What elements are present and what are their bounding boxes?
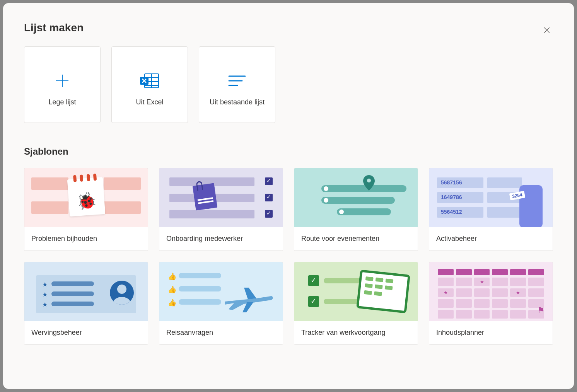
blank-list-label: Lege lijst — [48, 98, 76, 106]
issue-tracker-illustration: 🐞 — [24, 168, 148, 227]
template-label: Inhoudsplanner — [429, 321, 553, 344]
template-recruitment[interactable]: ★★★ Wervingsbeheer — [24, 262, 148, 345]
thumbs-up-icon: 👍 — [168, 298, 176, 307]
templates-heading: Sjablonen — [24, 146, 553, 157]
create-list-dialog: Lijst maken Lege lijst — [3, 3, 574, 389]
tablet-icon — [356, 269, 410, 313]
work-progress-illustration — [294, 262, 418, 321]
dialog-title: Lijst maken — [24, 22, 553, 34]
bug-icon: 🐞 — [76, 191, 97, 211]
flag-icon: ⚑ — [537, 305, 545, 315]
template-label: Onboarding medewerker — [159, 227, 283, 251]
event-itinerary-illustration — [294, 168, 418, 227]
template-work-progress[interactable]: Tracker van werkvoortgang — [294, 262, 418, 345]
list-icon — [227, 63, 247, 98]
blank-list-card[interactable]: Lege lijst — [24, 46, 101, 123]
map-pin-icon — [363, 175, 375, 194]
template-label: Wervingsbeheer — [24, 321, 148, 344]
template-label: Tracker van werkvoortgang — [294, 321, 418, 344]
template-label: Activabeheer — [429, 227, 553, 251]
airplane-icon — [221, 282, 275, 315]
close-button[interactable] — [541, 25, 552, 36]
template-label: Route voor evenementen — [294, 227, 418, 251]
recruitment-illustration: ★★★ — [24, 262, 148, 321]
template-label: Problemen bijhouden — [24, 227, 148, 251]
thumbs-up-icon: 👍 — [168, 272, 176, 281]
template-content-planner[interactable]: ⚑ Inhoudsplanner — [429, 262, 553, 345]
from-excel-label: Uit Excel — [136, 98, 163, 106]
template-asset-manager[interactable]: 5687156 1649786 5564512 3254 Activabehee… — [429, 168, 553, 251]
templates-grid: 🐞 Problemen bijhouden Onboarding medewer… — [24, 168, 553, 345]
plus-icon — [53, 63, 72, 98]
avatar-icon — [110, 281, 134, 305]
create-options-row: Lege lijst Uit Excel — [24, 46, 553, 123]
template-travel-requests[interactable]: 👍 👍 👍 Reisaanvragen — [159, 262, 283, 345]
excel-icon — [139, 63, 160, 98]
asset-manager-illustration: 5687156 1649786 5564512 3254 — [429, 168, 553, 227]
thumbs-up-icon: 👍 — [168, 285, 176, 294]
template-label: Reisaanvragen — [159, 321, 283, 344]
template-event-itinerary[interactable]: Route voor evenementen — [294, 168, 418, 251]
svg-point-13 — [367, 179, 371, 182]
close-icon — [543, 27, 550, 34]
onboarding-illustration — [159, 168, 283, 227]
template-employee-onboarding[interactable]: Onboarding medewerker — [159, 168, 283, 251]
from-existing-label: Uit bestaande lijst — [210, 98, 265, 106]
checkbox-icon — [308, 296, 319, 307]
travel-requests-illustration: 👍 👍 👍 — [159, 262, 283, 321]
document-icon — [193, 183, 217, 210]
from-existing-card[interactable]: Uit bestaande lijst — [199, 46, 275, 123]
checkbox-icon — [308, 275, 319, 286]
content-planner-illustration: ⚑ — [429, 262, 553, 321]
from-excel-card[interactable]: Uit Excel — [111, 46, 188, 123]
template-issue-tracker[interactable]: 🐞 Problemen bijhouden — [24, 168, 148, 251]
